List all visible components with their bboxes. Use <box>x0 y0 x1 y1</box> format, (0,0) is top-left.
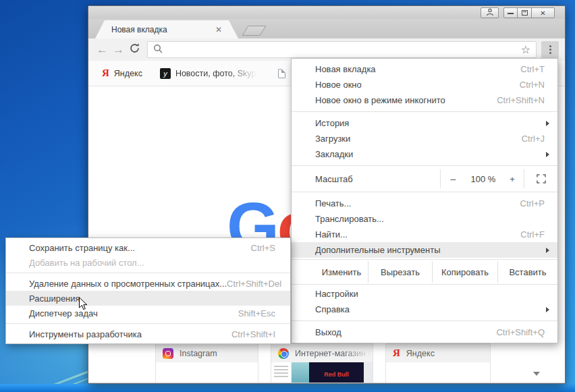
bookmark-yandex[interactable]: Я Яндекс <box>102 67 142 79</box>
edit-label: Изменить <box>292 261 368 283</box>
submenu-item-clear-browsing-data[interactable]: Удаление данных о просмотренных страница… <box>6 276 290 291</box>
address-input[interactable] <box>167 45 516 55</box>
cut-button[interactable]: Вырезать <box>368 261 432 283</box>
fullscreen-icon <box>537 174 546 184</box>
menu-edit-row: Изменить Вырезать Копировать Вставить <box>292 261 557 283</box>
menu-item-new-window[interactable]: Новое окно Ctrl+N <box>292 77 557 92</box>
bookmark-label: Яндекс <box>114 69 142 78</box>
menu-item-new-tab[interactable]: Новая вкладка Ctrl+T <box>292 61 557 77</box>
menu-separator <box>292 284 557 285</box>
zoom-out-button[interactable]: – <box>441 169 466 188</box>
thumbnail-sidebar <box>271 362 292 383</box>
back-button[interactable] <box>97 44 108 55</box>
chrome-menu: Новая вкладка Ctrl+T Новое окно Ctrl+N Н… <box>291 58 558 343</box>
tile-label: Instagram <box>180 349 217 358</box>
submenu-item-save-page[interactable]: Сохранить страницу как... Ctrl+S <box>6 240 290 255</box>
window-titlebar[interactable] <box>88 6 565 19</box>
submenu-arrow-icon <box>546 152 549 157</box>
top-site-tile-yandex[interactable]: Я Яндекс <box>385 343 491 383</box>
menu-separator <box>292 320 557 321</box>
person-icon <box>486 7 494 19</box>
three-dot-icon <box>549 45 551 47</box>
copy-button[interactable]: Копировать <box>432 261 497 283</box>
submenu-arrow-icon <box>546 248 549 253</box>
menu-item-zoom: Масштаб – 100 % + <box>292 169 557 188</box>
scroll-down-icon[interactable] <box>533 372 540 376</box>
address-bar[interactable] <box>147 41 537 58</box>
menu-item-print[interactable]: Печать... Ctrl+P <box>292 196 557 211</box>
zoom-in-button[interactable]: + <box>501 169 524 188</box>
submenu-item-add-to-desktop: Добавить на рабочий стол... <box>6 255 290 270</box>
zoom-level-value: 100 % <box>466 169 501 188</box>
submenu-item-developer-tools[interactable]: Инструменты разработчика Ctrl+Shift+I <box>6 327 290 341</box>
bookmark-label: Новости, фото, Skype <box>175 69 261 78</box>
thumbnail-banner: Red Bull <box>309 362 364 383</box>
top-site-tile-instagram[interactable]: Instagram <box>155 343 258 383</box>
tile-label: Интернет-магазин C <box>295 349 373 358</box>
close-button[interactable] <box>532 7 555 18</box>
menu-separator <box>6 273 290 273</box>
news-favicon: y <box>160 68 171 79</box>
menu-item-downloads[interactable]: Загрузки Ctrl+J <box>292 131 557 146</box>
paste-button[interactable]: Вставить <box>497 261 557 283</box>
tab-title: Новая вкладка <box>111 25 215 34</box>
close-icon <box>540 9 545 17</box>
menu-item-cast[interactable]: Транслировать... <box>292 211 557 227</box>
menu-separator <box>292 192 557 192</box>
tab-strip: Новая вкладка ✕ <box>88 19 565 38</box>
yandex-icon: Я <box>393 347 400 359</box>
submenu-arrow-icon <box>546 307 549 312</box>
menu-separator <box>292 259 557 260</box>
menu-item-more-tools[interactable]: Дополнительные инструменты <box>292 242 557 258</box>
more-tools-submenu: Сохранить страницу как... Ctrl+S Добавит… <box>5 237 291 344</box>
tile-label: Яндекс <box>406 349 435 358</box>
menu-item-incognito[interactable]: Новое окно в режиме инкогнито Ctrl+Shift… <box>292 92 557 108</box>
maximize-button[interactable] <box>518 7 532 18</box>
menu-item-help[interactable]: Справка <box>292 302 557 317</box>
minimize-icon <box>508 11 514 14</box>
page-favicon <box>278 69 285 78</box>
chrome-icon <box>278 348 289 359</box>
menu-separator <box>292 165 557 166</box>
instagram-icon <box>163 348 173 359</box>
menu-item-exit[interactable]: Выход Ctrl+Shift+Q <box>292 325 557 340</box>
menu-separator <box>6 323 290 324</box>
menu-separator <box>292 111 557 112</box>
submenu-item-extensions[interactable]: Расширения <box>6 291 290 306</box>
bookmark-star-icon[interactable] <box>521 44 530 56</box>
chrome-menu-button[interactable] <box>541 41 559 59</box>
tab-new-tab[interactable]: Новая вкладка ✕ <box>95 20 238 38</box>
fullscreen-button[interactable] <box>524 169 557 188</box>
tab-close-icon[interactable]: ✕ <box>215 26 222 34</box>
forward-button[interactable] <box>113 44 124 55</box>
yandex-favicon: Я <box>102 67 109 79</box>
submenu-arrow-icon <box>546 121 549 126</box>
submenu-item-task-manager[interactable]: Диспетчер задач Shift+Esc <box>6 306 290 320</box>
menu-item-find[interactable]: Найти... Ctrl+F <box>292 227 557 242</box>
menu-item-bookmarks[interactable]: Закладки <box>292 146 557 162</box>
desktop-bottom-band <box>0 384 575 392</box>
search-icon <box>153 44 163 56</box>
top-site-tile-webstore[interactable]: Интернет-магазин C Red Bull <box>271 343 373 383</box>
menu-item-history[interactable]: История <box>292 115 557 131</box>
bookmark-news[interactable]: y Новости, фото, Skype <box>160 68 261 79</box>
reload-button[interactable] <box>129 43 140 57</box>
profile-button[interactable] <box>481 7 499 18</box>
minimize-button[interactable] <box>503 7 518 18</box>
menu-item-settings[interactable]: Настройки <box>292 286 557 302</box>
maximize-icon <box>522 10 528 16</box>
new-tab-button[interactable] <box>242 26 266 36</box>
mouse-cursor-icon <box>78 297 88 314</box>
